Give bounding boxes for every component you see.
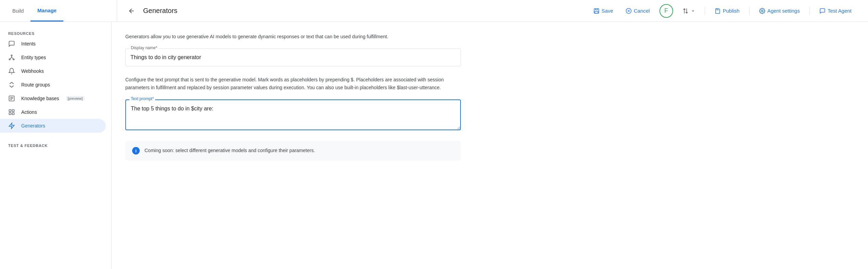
sort-icon (682, 8, 689, 14)
display-name-field: Display name* (125, 49, 461, 66)
svg-point-4 (13, 59, 14, 60)
page-title: Generators (143, 7, 177, 15)
dropdown-icon (690, 8, 696, 14)
webhook-icon (8, 68, 16, 75)
text-prompt-input[interactable]: The top 5 things to do in $city are: (125, 99, 461, 130)
route-icon (8, 81, 16, 88)
test-agent-button[interactable]: Test Agent (817, 6, 854, 16)
sidebar-item-webhooks[interactable]: Webhooks (0, 64, 111, 78)
entity-types-label: Entity types (21, 55, 46, 60)
resources-section-label: RESOURCES (0, 29, 111, 37)
save-icon (593, 8, 600, 14)
info-box: i Coming soon: select different generati… (125, 141, 461, 161)
svg-rect-7 (12, 110, 14, 112)
svg-point-2 (11, 55, 12, 56)
save-label: Save (602, 8, 613, 14)
info-icon: i (132, 147, 140, 154)
topbar: Build Manage Generators Save (0, 0, 868, 22)
sidebar-item-actions[interactable]: Actions (0, 105, 111, 119)
config-text: Configure the text prompt that is sent t… (125, 76, 461, 91)
divider2 (749, 7, 750, 15)
sidebar-item-entity-types[interactable]: Entity types (0, 51, 111, 64)
actions-icon (8, 109, 16, 116)
generators-label: Generators (21, 123, 45, 129)
avatar: F (659, 4, 673, 18)
webhooks-label: Webhooks (21, 68, 44, 74)
intro-text: Generators allow you to use generative A… (125, 33, 461, 40)
sidebar-item-generators[interactable]: Generators (0, 119, 106, 133)
content-area: Generators allow you to use generative A… (112, 22, 868, 269)
svg-point-3 (9, 59, 10, 60)
text-prompt-field: Text prompt* The top 5 things to do in $… (125, 99, 461, 131)
tab-manage[interactable]: Manage (30, 0, 63, 22)
actions-label: Actions (21, 109, 37, 115)
generator-icon (8, 122, 16, 129)
sidebar-item-route-groups[interactable]: Route groups (0, 78, 111, 92)
knowledge-bases-label: Knowledge bases (21, 96, 59, 101)
divider3 (809, 7, 810, 15)
agent-settings-button[interactable]: Agent settings (756, 6, 803, 16)
topbar-actions: Save Cancel F (591, 4, 854, 18)
test-feedback-label: TEST & FEEDBACK (0, 141, 111, 149)
info-text: Coming soon: select different generative… (144, 147, 315, 154)
route-groups-label: Route groups (21, 82, 50, 88)
main: RESOURCES Intents Entity types (0, 22, 868, 269)
test-agent-label: Test Agent (828, 8, 852, 14)
topbar-right: Generators Save Cancel F (117, 4, 863, 18)
back-button[interactable] (125, 5, 138, 17)
save-button[interactable]: Save (591, 6, 616, 16)
sidebar-item-intents[interactable]: Intents (0, 37, 111, 51)
svg-rect-6 (9, 110, 11, 112)
sidebar: RESOURCES Intents Entity types (0, 22, 112, 269)
chat-bubble-icon (8, 40, 16, 47)
cancel-label: Cancel (634, 8, 650, 14)
sidebar-item-knowledge-bases[interactable]: Knowledge bases [preview] (0, 92, 111, 105)
cancel-button[interactable]: Cancel (623, 6, 653, 16)
sort-button[interactable] (680, 6, 698, 16)
text-prompt-label: Text prompt* (129, 96, 155, 101)
preview-badge: [preview] (66, 96, 85, 101)
svg-rect-9 (12, 113, 14, 115)
display-name-label: Display name* (129, 45, 159, 50)
publish-button[interactable]: Publish (712, 6, 742, 16)
tab-build[interactable]: Build (5, 0, 30, 22)
entity-types-icon (8, 54, 16, 61)
svg-marker-10 (9, 123, 14, 129)
cancel-icon (626, 8, 632, 14)
knowledge-icon (8, 95, 16, 102)
topbar-left: Build Manage (5, 0, 117, 22)
intents-label: Intents (21, 41, 36, 46)
svg-rect-8 (9, 113, 11, 115)
chat-icon (819, 8, 826, 14)
gear-icon (759, 8, 765, 14)
display-name-input[interactable] (125, 49, 461, 66)
agent-settings-label: Agent settings (767, 8, 800, 14)
publish-label: Publish (723, 8, 740, 14)
publish-icon (715, 8, 721, 14)
divider (705, 7, 705, 15)
